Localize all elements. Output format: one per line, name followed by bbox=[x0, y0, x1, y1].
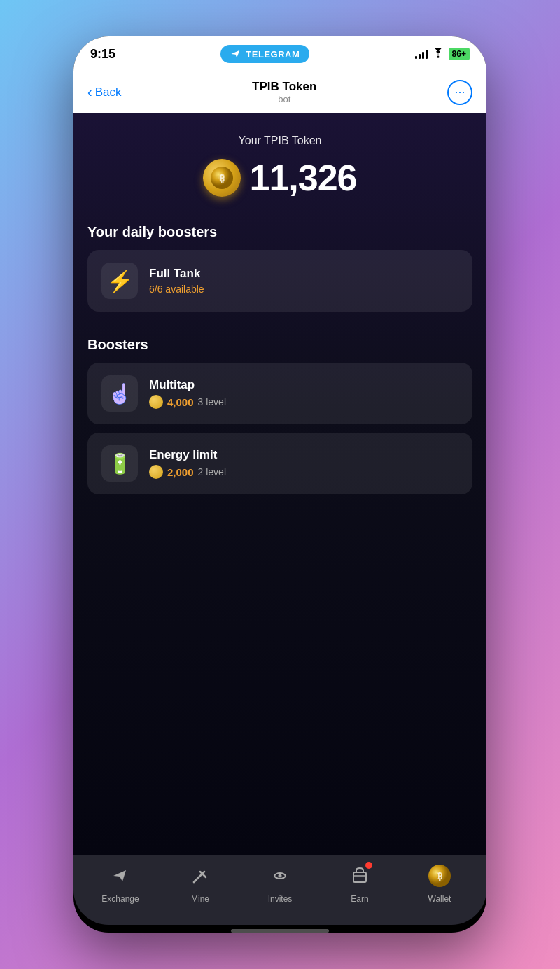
energy-limit-info: Energy limit 2,000 2 level bbox=[149, 448, 458, 479]
signal-icon bbox=[415, 49, 428, 59]
exchange-icon bbox=[106, 862, 134, 890]
svg-rect-7 bbox=[354, 872, 366, 882]
multitap-cost-amount: 4,000 bbox=[167, 396, 194, 408]
token-label: Your TPIB Token bbox=[239, 134, 322, 147]
multitap-level: 3 level bbox=[198, 396, 226, 407]
energy-limit-level: 2 level bbox=[198, 466, 226, 477]
token-amount: 11,326 bbox=[249, 157, 356, 199]
mine-icon bbox=[186, 862, 214, 890]
status-right-icons: 86+ bbox=[415, 48, 470, 60]
wallet-label: Wallet bbox=[428, 894, 451, 904]
cost-coin-icon-2 bbox=[149, 465, 163, 479]
telegram-label: TELEGRAM bbox=[246, 49, 300, 60]
status-bar: 9:15 TELEGRAM 8 bbox=[74, 36, 486, 71]
bottom-nav: Exchange Mine Invites bbox=[74, 855, 486, 925]
full-tank-name: Full Tank bbox=[149, 267, 458, 281]
svg-text:₿: ₿ bbox=[438, 871, 442, 881]
full-tank-card[interactable]: ⚡ Full Tank 6/6 available bbox=[88, 250, 472, 312]
nav-title-block: TPIB Token bot bbox=[252, 80, 316, 104]
energy-limit-name: Energy limit bbox=[149, 448, 458, 462]
nav-item-exchange[interactable]: Exchange bbox=[80, 862, 160, 904]
full-tank-available: 6/6 available bbox=[149, 284, 458, 295]
home-indicator bbox=[231, 929, 329, 933]
nav-title: TPIB Token bbox=[252, 80, 316, 94]
multitap-icon: ☝️ bbox=[102, 375, 138, 412]
token-amount-row: ₿ 11,326 bbox=[203, 157, 356, 199]
telegram-badge: TELEGRAM bbox=[220, 45, 309, 63]
invites-label: Invites bbox=[268, 894, 293, 904]
daily-boosters-title: Your daily boosters bbox=[88, 224, 472, 240]
back-button[interactable]: ‹ Back bbox=[88, 84, 121, 100]
more-icon: ··· bbox=[454, 85, 465, 99]
energy-limit-cost-amount: 2,000 bbox=[167, 466, 194, 478]
multitap-name: Multitap bbox=[149, 378, 458, 392]
energy-limit-card[interactable]: 🔋 Energy limit 2,000 2 level bbox=[88, 433, 472, 494]
main-content: Your TPIB Token ₿ bbox=[74, 113, 486, 855]
svg-point-0 bbox=[437, 55, 439, 57]
svg-point-6 bbox=[279, 874, 282, 878]
back-label: Back bbox=[95, 85, 122, 99]
phone-frame: 9:15 TELEGRAM 8 bbox=[74, 36, 486, 933]
energy-limit-cost: 2,000 2 level bbox=[149, 465, 458, 479]
multitap-card[interactable]: ☝️ Multitap 4,000 3 level bbox=[88, 363, 472, 424]
token-coin-icon: ₿ bbox=[203, 159, 241, 197]
daily-boosters-section: Your daily boosters ⚡ Full Tank 6/6 avai… bbox=[74, 213, 486, 326]
battery-icon: 86+ bbox=[449, 48, 470, 60]
energy-limit-icon: 🔋 bbox=[102, 445, 138, 482]
multitap-info: Multitap 4,000 3 level bbox=[149, 378, 458, 409]
nav-subtitle: bot bbox=[252, 94, 316, 104]
boosters-title: Boosters bbox=[88, 337, 472, 353]
multitap-cost: 4,000 3 level bbox=[149, 395, 458, 409]
more-button[interactable]: ··· bbox=[447, 80, 472, 105]
chevron-left-icon: ‹ bbox=[88, 84, 92, 100]
mine-label: Mine bbox=[191, 894, 209, 904]
earn-icon bbox=[346, 862, 374, 890]
svg-text:₿: ₿ bbox=[220, 172, 225, 183]
full-tank-icon: ⚡ bbox=[102, 263, 138, 299]
svg-line-5 bbox=[194, 880, 196, 882]
exchange-label: Exchange bbox=[102, 894, 139, 904]
earn-badge bbox=[365, 862, 372, 869]
wallet-icon: ₿ bbox=[426, 862, 454, 890]
nav-item-invites[interactable]: Invites bbox=[240, 862, 320, 904]
status-time: 9:15 bbox=[90, 47, 115, 62]
wifi-icon bbox=[432, 48, 444, 60]
earn-label: Earn bbox=[351, 894, 368, 904]
nav-item-wallet[interactable]: ₿ Wallet bbox=[400, 862, 479, 904]
nav-item-earn[interactable]: Earn bbox=[320, 862, 400, 904]
cost-coin-icon bbox=[149, 395, 163, 409]
nav-item-mine[interactable]: Mine bbox=[160, 862, 240, 904]
nav-header: ‹ Back TPIB Token bot ··· bbox=[74, 71, 486, 113]
boosters-section: Boosters ☝️ Multitap 4,000 3 level bbox=[74, 326, 486, 508]
full-tank-info: Full Tank 6/6 available bbox=[149, 267, 458, 295]
invites-icon bbox=[266, 862, 294, 890]
token-section: Your TPIB Token ₿ bbox=[74, 113, 486, 213]
